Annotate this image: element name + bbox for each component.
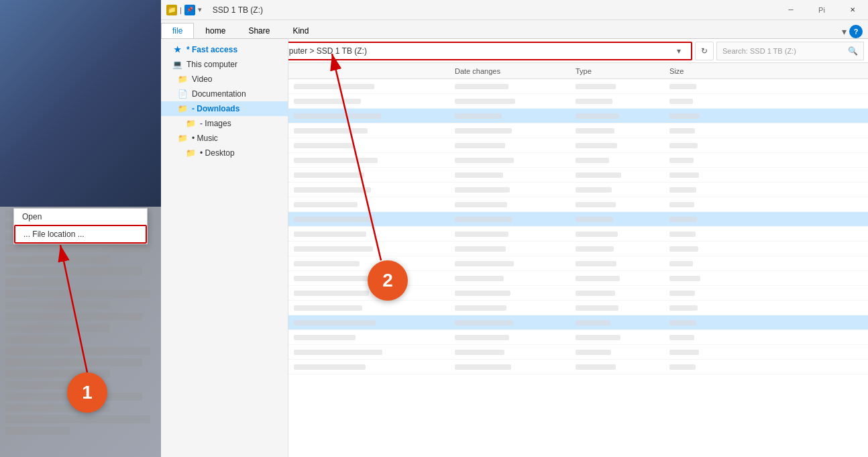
table-row[interactable] bbox=[288, 109, 868, 123]
table-row[interactable] bbox=[288, 212, 868, 227]
address-dropdown[interactable]: ▾ bbox=[672, 46, 686, 56]
title-bar: 📁 | 📌 ▾ SSD 1 TB (Z:) ─ Pi ✕ bbox=[161, 0, 868, 20]
tab-home-label: home bbox=[205, 26, 225, 36]
tab-share-label: Share bbox=[248, 26, 270, 36]
title-bar-icons: 📁 | 📌 ▾ bbox=[161, 5, 207, 15]
window-controls: ─ Pi ✕ bbox=[775, 0, 868, 20]
tab-file[interactable]: file bbox=[161, 23, 194, 38]
sidebar-item-fast-access[interactable]: ★ * Fast access bbox=[161, 39, 288, 57]
context-file-location[interactable]: ... File location ... bbox=[14, 225, 147, 244]
folder-music-icon: 📁 bbox=[177, 133, 188, 144]
context-open[interactable]: Open bbox=[14, 209, 147, 225]
table-row[interactable] bbox=[288, 360, 868, 374]
annotation-2: 2 bbox=[368, 260, 408, 301]
table-row[interactable] bbox=[288, 79, 868, 94]
context-open-label: Open bbox=[22, 212, 42, 221]
star-icon: ★ bbox=[172, 44, 182, 55]
sidebar: ★ * Fast access 💻 This computer 📁 Video … bbox=[161, 39, 288, 457]
tab-file-label: file bbox=[172, 26, 182, 36]
sidebar-item-music[interactable]: 📁 • Music bbox=[161, 131, 288, 146]
downloads-label: - Downloads bbox=[192, 104, 239, 113]
table-row[interactable] bbox=[288, 94, 868, 109]
chevron-down-icon[interactable]: ▾ bbox=[842, 26, 847, 37]
tab-kind-label: Kind bbox=[292, 26, 309, 36]
images-label: - Images bbox=[200, 119, 231, 128]
music-label: • Music bbox=[192, 134, 218, 143]
context-file-location-label: ... File location ... bbox=[23, 230, 85, 239]
title-bar-text: SSD 1 TB (Z:) bbox=[207, 5, 775, 15]
table-row[interactable] bbox=[288, 345, 868, 360]
table-row[interactable] bbox=[288, 315, 868, 330]
pi-indicator: Pi bbox=[806, 0, 837, 20]
folder-desktop-icon: 📁 bbox=[185, 148, 196, 158]
address-path: -> This computer > SSD 1 TB (Z:) bbox=[247, 46, 672, 56]
fast-access-label: * Fast access bbox=[186, 45, 237, 54]
search-icon: 🔍 bbox=[848, 46, 858, 56]
tab-home[interactable]: home bbox=[194, 23, 237, 38]
folder-icon: 📁 bbox=[166, 5, 177, 15]
folder-images-icon: 📁 bbox=[185, 118, 196, 129]
table-row[interactable] bbox=[288, 138, 868, 153]
table-row[interactable] bbox=[288, 227, 868, 242]
folder-doc-icon: 📄 bbox=[177, 89, 188, 99]
table-row[interactable] bbox=[288, 301, 868, 315]
col-date[interactable]: Date changes bbox=[449, 67, 570, 75]
table-row[interactable] bbox=[288, 123, 868, 138]
ribbon-right-controls: ▾ ? bbox=[842, 25, 868, 38]
sidebar-item-this-computer[interactable]: 💻 This computer bbox=[161, 57, 288, 72]
help-icon[interactable]: ? bbox=[849, 25, 863, 38]
refresh-button[interactable]: ↻ bbox=[695, 42, 714, 60]
table-row[interactable] bbox=[288, 168, 868, 183]
context-menu: Open ... File location ... bbox=[13, 208, 148, 244]
column-headers: Date changes Type Size bbox=[288, 63, 868, 79]
table-row[interactable] bbox=[288, 330, 868, 345]
refresh-icon: ↻ bbox=[701, 46, 708, 56]
table-row[interactable] bbox=[288, 242, 868, 256]
folder-downloads-icon: 📁 bbox=[177, 103, 188, 114]
quick-access-icon: 📌 bbox=[184, 5, 195, 15]
sidebar-item-video[interactable]: 📁 Video bbox=[161, 72, 288, 87]
address-input[interactable]: -> This computer > SSD 1 TB (Z:) ▾ bbox=[240, 42, 692, 60]
annotation-1: 1 bbox=[67, 372, 107, 413]
tab-kind[interactable]: Kind bbox=[281, 23, 320, 38]
sidebar-item-desktop[interactable]: 📁 • Desktop bbox=[161, 146, 288, 160]
search-box[interactable]: Search: SSD 1 TB (Z:) 🔍 bbox=[716, 42, 864, 60]
documentation-label: Documentation bbox=[192, 89, 246, 99]
file-list bbox=[288, 79, 868, 374]
this-computer-label: This computer bbox=[186, 60, 237, 69]
desktop-label: • Desktop bbox=[200, 148, 235, 158]
table-row[interactable] bbox=[288, 153, 868, 168]
close-button[interactable]: ✕ bbox=[837, 0, 868, 20]
table-row[interactable] bbox=[288, 197, 868, 212]
ribbon-tabs: file home Share Kind ▾ ? bbox=[161, 20, 868, 39]
sidebar-item-images[interactable]: 📁 - Images bbox=[161, 116, 288, 131]
col-type[interactable]: Type bbox=[570, 67, 664, 75]
minimize-button[interactable]: ─ bbox=[775, 0, 806, 20]
sidebar-item-documentation[interactable]: 📄 Documentation bbox=[161, 87, 288, 101]
tab-share[interactable]: Share bbox=[237, 23, 281, 38]
video-label: Video bbox=[192, 74, 212, 84]
table-row[interactable] bbox=[288, 183, 868, 197]
computer-icon: 💻 bbox=[172, 59, 182, 70]
folder-video-icon: 📁 bbox=[177, 74, 188, 85]
search-placeholder: Search: SSD 1 TB (Z:) bbox=[722, 47, 796, 55]
sidebar-item-downloads[interactable]: 📁 - Downloads bbox=[161, 101, 288, 116]
col-size[interactable]: Size bbox=[664, 67, 731, 75]
